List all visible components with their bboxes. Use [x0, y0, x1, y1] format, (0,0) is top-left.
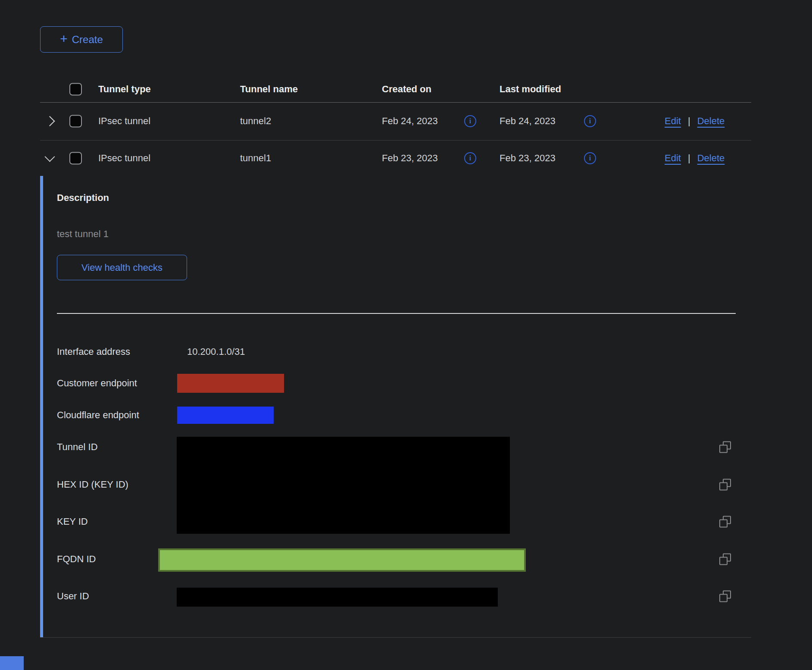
actions-separator: | [688, 153, 690, 163]
copy-button[interactable] [719, 479, 731, 491]
info-icon[interactable]: i [464, 115, 476, 127]
info-icon[interactable]: i [584, 152, 596, 164]
column-header-last-modified: Last modified [500, 84, 561, 95]
copy-icon [719, 441, 731, 453]
created-on-cell: Feb 24, 2023 [382, 116, 438, 127]
column-header-tunnel-name: Tunnel name [240, 84, 298, 95]
info-icon[interactable]: i [584, 115, 596, 127]
description-label: Description [57, 192, 109, 204]
copy-button[interactable] [719, 591, 731, 602]
edit-link[interactable]: Edit [665, 116, 681, 126]
copy-icon [719, 516, 731, 528]
panel-divider [57, 313, 736, 314]
copy-icon [719, 554, 731, 565]
fqdn-id-redacted-value [158, 548, 526, 572]
description-value: test tunnel 1 [57, 229, 109, 240]
info-icon[interactable]: i [464, 152, 476, 164]
interface-address-label: Interface address [57, 346, 130, 357]
view-health-checks-button[interactable]: View health checks [57, 255, 187, 280]
tunnels-page: + Create Tunnel type Tunnel name Created… [0, 0, 812, 670]
customer-endpoint-label: Customer endpoint [57, 378, 137, 389]
hex-id-label: HEX ID (KEY ID) [57, 479, 128, 490]
fqdn-id-label: FQDN ID [57, 554, 96, 565]
key-id-label: KEY ID [57, 516, 88, 527]
create-button[interactable]: + Create [40, 26, 123, 53]
user-id-redacted-value [177, 588, 498, 607]
row-checkbox[interactable] [69, 152, 82, 164]
edit-link[interactable]: Edit [665, 153, 681, 163]
column-header-created-on: Created on [382, 84, 431, 95]
table-row: IPsec tunnel tunnel2 Feb 24, 2023 i Feb … [40, 102, 751, 141]
table-row: IPsec tunnel tunnel1 Feb 23, 2023 i Feb … [40, 140, 751, 176]
actions-separator: | [688, 116, 690, 126]
column-header-tunnel-type: Tunnel type [98, 84, 151, 95]
tunnel-name-cell: tunnel1 [240, 153, 271, 164]
ids-redacted-value [177, 437, 510, 534]
copy-button[interactable] [719, 441, 731, 453]
copy-button[interactable] [719, 516, 731, 528]
bottom-left-accent-bar [0, 656, 24, 670]
created-on-cell: Feb 23, 2023 [382, 153, 438, 164]
tunnel-id-label: Tunnel ID [57, 441, 98, 453]
expanded-row-accent-bar [40, 176, 43, 637]
interface-address-value: 10.200.1.0/31 [187, 346, 245, 357]
copy-icon [719, 591, 731, 602]
expanded-tunnel-panel: Description test tunnel 1 View health ch… [40, 176, 751, 638]
cloudflare-endpoint-label: Cloudflare endpoint [57, 410, 139, 421]
row-checkbox[interactable] [69, 115, 82, 128]
tunnel-name-cell: tunnel2 [240, 116, 271, 127]
delete-link[interactable]: Delete [697, 153, 725, 163]
copy-icon [719, 479, 731, 491]
chevron-down-icon[interactable] [44, 151, 55, 162]
copy-button[interactable] [719, 554, 731, 565]
select-all-checkbox[interactable] [69, 83, 82, 95]
last-modified-cell: Feb 23, 2023 [500, 153, 556, 164]
plus-icon: + [60, 32, 68, 45]
user-id-label: User ID [57, 591, 89, 602]
customer-endpoint-redacted-value [177, 374, 284, 393]
tunnel-type-cell: IPsec tunnel [98, 116, 150, 127]
delete-link[interactable]: Delete [697, 116, 725, 126]
chevron-right-icon[interactable] [44, 116, 55, 126]
create-button-label: Create [72, 34, 103, 46]
tunnel-type-cell: IPsec tunnel [98, 153, 150, 164]
cloudflare-endpoint-redacted-value [177, 407, 274, 424]
row-actions: Edit|Delete [665, 153, 725, 164]
row-actions: Edit|Delete [665, 116, 725, 127]
last-modified-cell: Feb 24, 2023 [500, 116, 556, 127]
table-header: Tunnel type Tunnel name Created on Last … [40, 76, 751, 103]
